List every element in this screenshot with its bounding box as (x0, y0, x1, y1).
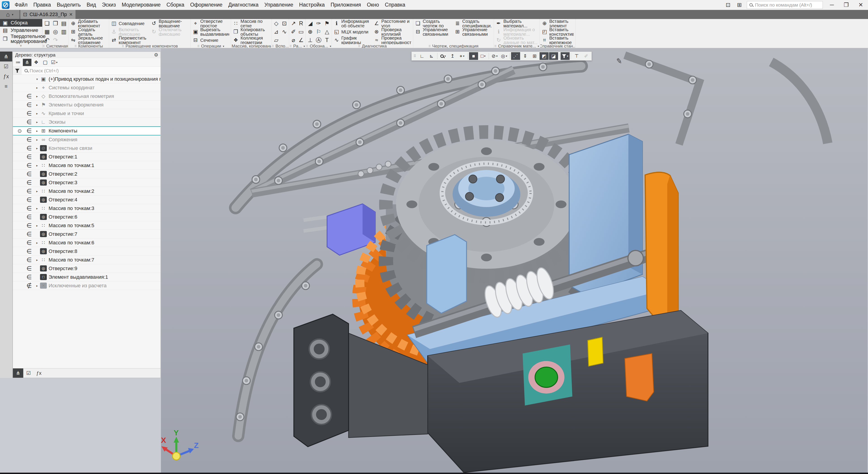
ribbon-group-label[interactable]: Ра... (289, 44, 305, 48)
tree-item[interactable]: ∈ ▸ ◇ Вспомогательная геометрия (13, 92, 160, 101)
settings-window-icon[interactable]: ⊞ (736, 2, 743, 8)
separator[interactable] (437, 53, 437, 59)
tree-structure-icon[interactable]: ⋔ (23, 59, 31, 66)
tree-item[interactable]: ∈ ▸ ∷ Массив по точкам:5 (13, 221, 160, 230)
coincident-mate-icon[interactable]: ◫Совпадение (110, 19, 150, 28)
linked-drawings-icon[interactable]: ⊟Управление связанными ч... (414, 28, 453, 36)
spline-icon[interactable]: ∿ (280, 28, 288, 36)
expand-arrow-icon[interactable]: ▸ (34, 224, 40, 227)
gear-icon[interactable]: ⚙ (154, 52, 158, 58)
expand-arrow-icon[interactable]: ▸ (34, 138, 40, 141)
rotation-rotation-icon[interactable]: ↺Вращение-вращение (150, 19, 190, 28)
collision-check-icon[interactable]: ⊗Проверка коллизий (372, 28, 412, 36)
datum-plane-icon[interactable]: ◇ (272, 19, 280, 28)
knurl-icon[interactable]: ◢ (306, 19, 314, 28)
ribbon-group-label[interactable]: Диагностика (332, 44, 412, 48)
cut-extrude-icon[interactable]: ▣Вырезать выдавливанием (191, 28, 230, 36)
create-drawing-icon[interactable]: ❏Создать чертеж по шаблону (414, 19, 453, 28)
expand-arrow-icon[interactable]: ▸ (34, 103, 40, 107)
simple-hole-icon[interactable]: ⌖Отверстие простое (191, 19, 230, 28)
tree-item[interactable]: ∈ ▸ @ Контекстные связи (13, 144, 160, 153)
object-info-icon[interactable]: ℹИнформация об объекте (332, 19, 372, 28)
ribbon-group-label[interactable]: Справочник стан... (540, 44, 575, 48)
command-search-input[interactable] (755, 2, 820, 8)
frame-icon[interactable]: ▭ (297, 28, 305, 36)
insert-fastener-icon[interactable]: ⌗Вставить крепежное со... (540, 36, 575, 44)
variables-tab-icon[interactable]: ƒx (34, 369, 44, 378)
add-component-icon[interactable]: ⊕Добавить компонент из... (69, 19, 108, 28)
ribbon-group-label[interactable]: Чертеж, спецификация (414, 44, 493, 48)
highlight-sketch-icon[interactable]: ◩ (539, 52, 549, 60)
distance-angle-icon[interactable]: ∠Расстояние и угол (372, 19, 412, 28)
sketch-mode-icon[interactable]: ∟ (417, 52, 427, 60)
menu-item[interactable]: Сборка (164, 0, 187, 10)
tree-item[interactable]: ∈ ▸ ∷ Массив по точкам:3 (13, 204, 160, 213)
eyedropper-icon[interactable]: ✐ (582, 52, 591, 60)
expand-arrow-icon[interactable]: ▸ (34, 147, 40, 150)
separator[interactable] (571, 53, 571, 59)
disable-fixation-icon[interactable]: ↻Отключить фиксацию (150, 28, 190, 36)
open-icon[interactable]: ❒ (51, 19, 60, 28)
parameters-tab-icon[interactable]: ☑ (23, 369, 34, 378)
home-button[interactable]: ⌂ ▾ (0, 10, 20, 19)
tree-tab-icon[interactable]: ⋔ (13, 369, 23, 378)
tree-item[interactable]: ∈ ◎ Отверстие:6 (13, 213, 160, 221)
visibility-eye-icon[interactable]: ⊙ (15, 128, 24, 134)
expand-arrow-icon[interactable]: ▸ (34, 112, 40, 115)
grid-array-icon[interactable]: ∷Массив по сетке (231, 19, 271, 28)
frame-sketch-icon[interactable]: ◪ (549, 52, 558, 60)
derive-icon[interactable]: ⊤ (572, 52, 581, 60)
filter-icon[interactable] (13, 67, 22, 74)
preview-icon[interactable]: ◎ (51, 28, 60, 36)
insert-element-icon[interactable]: ⊕Вставить элемент (540, 19, 575, 28)
tree-item[interactable]: ∈ ▸ ⚑ Элементы оформления (13, 101, 160, 109)
radial-dimension-icon[interactable]: R (297, 19, 305, 28)
model-scene[interactable]: X Y Z (161, 49, 868, 473)
snap-icon[interactable]: ⋰ (511, 52, 520, 60)
mirror-components-icon[interactable]: ⇋Зеркальное отражение ко... (69, 36, 108, 44)
display-mode-icon[interactable]: □ (478, 52, 488, 60)
tree-item[interactable]: ∈ ▸ ∿ Кривые и точки (13, 109, 160, 118)
ribbon-group-label[interactable]: Операции (191, 44, 230, 48)
redo-icon[interactable]: ↷ (51, 36, 60, 44)
mode-solid-modeling[interactable]: ❒ Твердотельное моделирование (0, 34, 42, 44)
tree-item[interactable]: ∈ ◎ Отверстие:1 (13, 153, 160, 161)
shaded-view-icon[interactable]: ■ (469, 52, 478, 60)
expand-arrow-icon[interactable]: ▸ (34, 189, 40, 193)
menu-item[interactable]: Правка (31, 0, 54, 10)
refit-icon[interactable]: ⇕ (521, 52, 530, 60)
ribbon-group-label[interactable]: Вспо... (272, 44, 288, 48)
tree-item[interactable]: ∈ ◎ Отверстие:7 (13, 230, 160, 239)
menu-item[interactable]: Оформление (187, 0, 225, 10)
close-button[interactable]: ✕ (855, 2, 866, 8)
tree-relations-icon[interactable]: ❖ (32, 59, 40, 66)
variables-tab-icon[interactable]: ƒx (0, 71, 12, 82)
ribbon-group-label[interactable]: Справочник мате... (494, 44, 539, 48)
mode-management[interactable]: ▤ Управление (0, 27, 42, 34)
tree-item[interactable]: ∈ ◎ Отверстие:8 (13, 247, 160, 256)
unfold-icon[interactable]: ⊞ (530, 52, 539, 60)
ribbon-group-label[interactable]: Компоненты (69, 44, 108, 48)
expand-arrow-icon[interactable]: ▸ (34, 258, 40, 262)
tree-item[interactable]: ∈ ◎ Отверстие:4 (13, 195, 160, 204)
tree-tab-icon[interactable]: ⋔ (0, 52, 12, 62)
tree-item[interactable]: ∈ ▸ ∟ Эскизы (13, 118, 160, 126)
document-tab[interactable]: ⊡ СШ-А16.223_Приво... ✕ (20, 10, 75, 19)
save-as-icon[interactable]: ▥ (60, 28, 68, 36)
menu-item[interactable]: Диагностика (225, 0, 261, 10)
expand-arrow-icon[interactable]: ▸ (34, 94, 40, 98)
print-icon[interactable]: ▦ (43, 28, 51, 36)
tree-numbered-icon[interactable]: ≔ (14, 59, 22, 66)
enable-fixation-icon[interactable]: ⚓Включить фиксацию (110, 28, 150, 36)
curvature-graph-icon[interactable]: ∿График кривизны (332, 36, 372, 44)
kompas-logo-icon[interactable] (2, 1, 9, 9)
ribbon-group-label[interactable]: Обозна... (306, 44, 331, 48)
tree-item[interactable]: ∈ ▸ ∷ Массив по точкам:6 (13, 239, 160, 247)
ribbon-group-label[interactable]: Массив, копирование (231, 44, 271, 48)
create-bom-icon[interactable]: ≣Создать спецификаци... (453, 19, 493, 28)
menu-item[interactable]: Приложения (328, 0, 364, 10)
linked-bom-icon[interactable]: ⊞Управление связанными сп... (453, 28, 493, 36)
model-orange-plate[interactable] (645, 172, 678, 322)
menu-item[interactable]: Вид (84, 0, 99, 10)
offset-plane-icon[interactable]: ▱ (272, 36, 280, 44)
